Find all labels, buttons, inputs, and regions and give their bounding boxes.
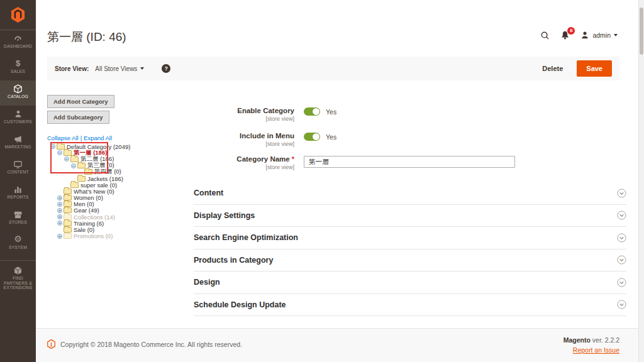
store-view-selector[interactable]: All Store Views <box>95 65 144 72</box>
tree-toggle-icon[interactable]: − <box>64 156 69 162</box>
tree-node[interactable]: −Default Category (2049) <box>47 143 195 150</box>
chevron-down-circle-icon[interactable] <box>617 278 626 287</box>
accordion-section-display-settings[interactable]: Display Settings <box>194 205 626 228</box>
admin-caret-icon <box>614 34 618 36</box>
accordion-section-content[interactable]: Content <box>194 182 626 205</box>
folder-icon <box>64 214 72 220</box>
tree-toggle-icon[interactable]: + <box>57 234 62 239</box>
add-root-category-button[interactable]: Add Root Category <box>47 95 114 108</box>
tree-node[interactable]: super sale (0) <box>47 182 195 188</box>
accordion-section-schedule-design-update[interactable]: Schedule Design Update <box>194 294 626 317</box>
sidebar-item-catalog[interactable]: CATALOG <box>0 80 36 106</box>
magento-logo-icon <box>11 6 25 23</box>
chevron-down-circle-icon[interactable] <box>617 189 626 198</box>
sidebar-item-label: CATALOG <box>0 94 36 99</box>
collapse-all-link[interactable]: Collapse All <box>47 134 79 141</box>
page-title: 第一層 (ID: 46) <box>47 29 126 45</box>
sidebar-item-content[interactable]: CONTENT <box>0 156 36 181</box>
dashboard-icon <box>0 33 36 43</box>
admin-username: admin <box>592 31 611 39</box>
tree-node[interactable]: +Training (6) <box>47 220 195 226</box>
sidebar-item-stores[interactable]: STORES <box>0 206 36 231</box>
content-icon <box>0 159 36 169</box>
include-in-menu-value: Yes <box>326 133 336 141</box>
include-in-menu-label: Include in Menu <box>189 132 294 140</box>
tree-node[interactable]: +Men (0) <box>47 201 195 207</box>
sidebar-item-label: SYSTEM <box>0 245 36 250</box>
reports-icon <box>0 184 36 194</box>
store-view-value: All Store Views <box>95 65 137 72</box>
tree-toggle-icon[interactable]: + <box>57 195 62 200</box>
delete-button[interactable]: Delete <box>538 64 567 73</box>
tree-node[interactable]: +Women (0) <box>47 195 195 201</box>
sidebar-item-reports[interactable]: REPORTS <box>0 181 36 206</box>
tree-toggle-icon[interactable]: + <box>57 214 62 219</box>
tree-node[interactable]: What's New (0) <box>47 188 195 194</box>
tree-node[interactable]: −第二層 (186) <box>47 156 195 162</box>
accordion-section-design[interactable]: Design <box>194 272 626 294</box>
scrollbar-thumb[interactable] <box>640 8 643 55</box>
magento-logo[interactable] <box>0 0 36 30</box>
tree-node[interactable]: 第四層 (0) <box>47 169 195 175</box>
sidebar-item-find-partners[interactable]: FIND PARTNERS & EXTENSIONS <box>0 260 36 290</box>
tree-node[interactable]: Sale (0) <box>47 226 195 233</box>
chevron-down-circle-icon[interactable] <box>617 211 626 220</box>
include-in-menu-scope: [store view] <box>189 141 294 147</box>
required-asterisk: * <box>292 155 294 163</box>
report-issue-link[interactable]: Report an Issue <box>573 346 619 354</box>
tree-node[interactable]: +Collections (14) <box>47 214 195 220</box>
sales-icon: $ <box>0 58 36 69</box>
accordion-section-search-engine-optimization[interactable]: Search Engine Optimization <box>194 227 626 250</box>
chevron-down-circle-icon[interactable] <box>617 300 626 309</box>
find-partners-icon <box>0 265 36 275</box>
store-view-toolbar: Store View: All Store Views ? Delete Sav… <box>47 57 619 80</box>
tree-links: Collapse All|Expand All <box>47 134 195 141</box>
sidebar-item-system[interactable]: ⚙SYSTEM <box>0 231 36 256</box>
tree-toggle-icon[interactable]: − <box>57 150 62 155</box>
version-brand: Magento <box>564 336 591 344</box>
tree-toggle-icon[interactable]: − <box>50 144 55 149</box>
notifications-bell-icon[interactable]: 6 <box>560 30 570 40</box>
tree-toggle-icon[interactable]: + <box>57 221 62 226</box>
add-subcategory-button[interactable]: Add Subcategory <box>47 111 109 124</box>
sidebar-item-dashboard[interactable]: DASHBOARD <box>0 30 36 55</box>
tree-node[interactable]: +Promotions (0) <box>47 233 195 239</box>
folder-icon <box>64 221 72 226</box>
category-name-input[interactable] <box>304 156 515 168</box>
version-line: Magento ver. 2.2.2 <box>564 336 619 344</box>
links-separator: | <box>80 134 82 141</box>
enable-category-toggle[interactable] <box>304 107 320 116</box>
footer: Copyright © 2018 Magento Commerce Inc. A… <box>36 328 644 362</box>
tree-node[interactable]: +Gear (49) <box>47 207 195 214</box>
admin-menu[interactable]: admin <box>580 31 618 40</box>
include-in-menu-label-col: Include in Menu [store view] <box>189 132 294 147</box>
tree-node[interactable]: −第一層 (186) <box>47 150 195 156</box>
notification-count-badge: 6 <box>567 27 575 35</box>
folder-icon <box>77 176 86 182</box>
sidebar-item-marketing[interactable]: MARKETING <box>0 131 36 156</box>
search-icon[interactable] <box>540 31 550 40</box>
save-button[interactable]: Save <box>577 60 612 77</box>
help-icon[interactable]: ? <box>162 64 170 73</box>
expand-all-link[interactable]: Expand All <box>84 134 112 141</box>
chevron-down-circle-icon[interactable] <box>617 233 626 243</box>
category-name-scope: [store view] <box>189 164 294 170</box>
sidebar-item-customers[interactable]: CUSTOMERS <box>0 106 36 131</box>
tree-node[interactable]: Jackets (186) <box>47 175 195 182</box>
tree-toggle-icon[interactable]: + <box>57 208 62 213</box>
sidebar-item-label: SALES <box>0 69 36 74</box>
chevron-down-circle-icon[interactable] <box>617 255 626 265</box>
include-in-menu-toggle[interactable] <box>304 133 320 141</box>
sidebar-nav: DASHBOARD$SALESCATALOGCUSTOMERSMARKETING… <box>0 30 36 290</box>
tree-toggle-icon[interactable]: − <box>71 163 76 168</box>
folder-icon <box>64 227 72 233</box>
sidebar-item-label: FIND PARTNERS & EXTENSIONS <box>0 276 36 290</box>
tree-toggle-icon[interactable]: + <box>57 202 62 207</box>
catalog-icon <box>0 84 36 94</box>
enable-category-control: Yes <box>304 107 336 116</box>
accordion-section-products-in-category[interactable]: Products in Category <box>194 250 626 272</box>
page-scrollbar[interactable] <box>638 0 644 362</box>
footer-magento-icon <box>47 339 55 349</box>
sidebar-item-sales[interactable]: $SALES <box>0 55 36 80</box>
customers-icon <box>0 109 36 119</box>
